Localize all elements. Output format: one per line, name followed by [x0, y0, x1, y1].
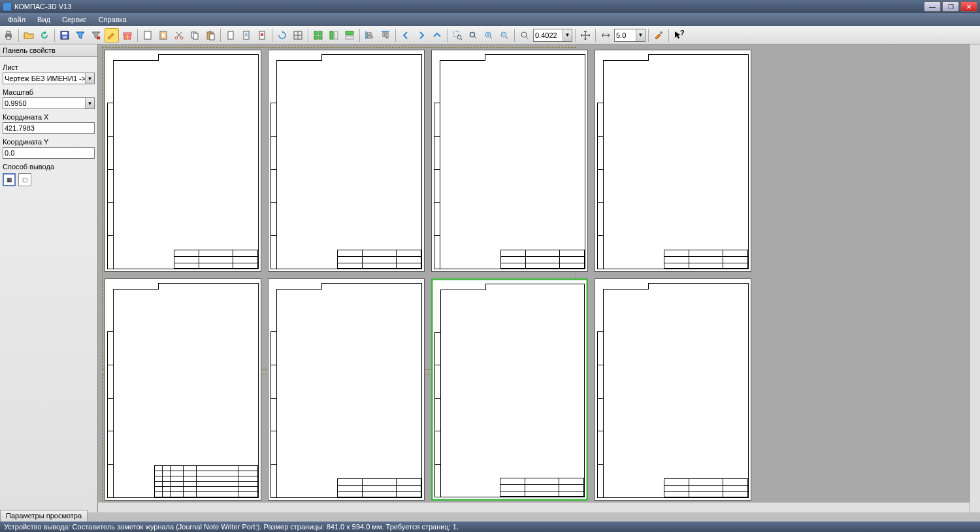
minimize-button[interactable]: —: [924, 1, 941, 12]
menu-bar: Файл Вид Сервис Справка: [0, 13, 980, 26]
horizontal-scrollbar[interactable]: [98, 502, 970, 512]
zoom-out-button[interactable]: [497, 28, 512, 42]
svg-rect-4: [62, 32, 67, 35]
help-button[interactable]: ?: [672, 28, 686, 42]
properties-panel: Панель свойств Лист Чертеж БЕЗ ИМЕНИ1 ->…: [0, 44, 98, 512]
present-button[interactable]: [120, 28, 135, 42]
align-left-icon: [365, 30, 375, 41]
filter-button[interactable]: [73, 28, 88, 42]
arrow-left-icon: [400, 30, 411, 41]
zoom-button[interactable]: [517, 28, 532, 42]
pan-button[interactable]: [578, 28, 593, 42]
menu-file[interactable]: Файл: [3, 14, 31, 25]
scale-label: Масштаб: [3, 88, 95, 96]
zoom-combo[interactable]: 0.4022 ▼: [533, 29, 572, 42]
layout-left-button[interactable]: [327, 28, 341, 42]
svg-rect-2: [7, 37, 10, 39]
doc-list-button[interactable]: [239, 28, 253, 42]
svg-rect-32: [367, 36, 372, 38]
sheet-2[interactable]: [268, 50, 425, 272]
move-right-button[interactable]: [414, 28, 429, 42]
magnifier-icon: [519, 30, 530, 41]
svg-rect-17: [209, 31, 211, 33]
scissors-icon: [174, 30, 184, 41]
svg-rect-33: [383, 33, 385, 37]
rotate-icon: [277, 30, 287, 41]
cut-button[interactable]: [172, 28, 186, 42]
sheet-1[interactable]: [105, 50, 261, 272]
doc-new-button[interactable]: [223, 28, 238, 42]
menu-view[interactable]: Вид: [32, 14, 56, 25]
zoom-in-button[interactable]: [482, 28, 496, 42]
tools-button[interactable]: [651, 28, 666, 42]
menu-help[interactable]: Справка: [93, 14, 132, 25]
zoom-region-icon: [452, 30, 463, 41]
menu-service[interactable]: Сервис: [57, 14, 92, 25]
step-value: 5.0: [615, 31, 636, 39]
layout-top-button[interactable]: [342, 28, 357, 42]
scale-value: 0.9950: [3, 99, 85, 107]
step-icon: [600, 30, 611, 41]
tools-icon: [653, 30, 664, 41]
step-button[interactable]: [598, 28, 613, 42]
move-left-button[interactable]: [399, 28, 413, 42]
marker-icon: [106, 30, 117, 41]
sheet-8[interactable]: [595, 278, 751, 501]
output-mode-1-button[interactable]: ▦: [3, 173, 16, 186]
align-left-button[interactable]: [363, 28, 377, 42]
page-margins-button[interactable]: [156, 28, 171, 42]
svg-rect-18: [210, 34, 214, 40]
paste-button[interactable]: [203, 28, 218, 42]
close-button[interactable]: ✕: [960, 1, 977, 12]
bottom-tab-preview-params[interactable]: Параметры просмотра: [0, 510, 88, 522]
svg-rect-24: [319, 31, 322, 35]
layout-top-icon: [344, 30, 355, 41]
sheet-5[interactable]: [105, 278, 261, 501]
layout-4-button[interactable]: [311, 28, 325, 42]
cursor-help-icon: ?: [674, 30, 684, 41]
layout-left-icon: [329, 30, 339, 41]
svg-rect-15: [193, 33, 198, 39]
save-button[interactable]: [57, 28, 72, 42]
refresh-button[interactable]: [37, 28, 52, 42]
sheet-3[interactable]: [431, 50, 588, 272]
doc-list-icon: [241, 30, 252, 41]
rotate-button[interactable]: [275, 28, 289, 42]
move-up-button[interactable]: [430, 28, 444, 42]
output-mode-2-button[interactable]: ▢: [18, 173, 31, 186]
sheet-4[interactable]: [595, 50, 751, 272]
grid4-icon: [313, 30, 323, 41]
print-button[interactable]: [1, 28, 16, 42]
open-button[interactable]: [22, 28, 36, 42]
vertical-scrollbar[interactable]: [970, 44, 980, 512]
page-icon: [142, 30, 153, 41]
svg-rect-19: [228, 31, 233, 39]
sheet-7-selected[interactable]: [431, 278, 588, 501]
floppy-icon: [59, 30, 70, 41]
page-setup-button[interactable]: [140, 28, 155, 42]
align-top-button[interactable]: [378, 28, 393, 42]
list-label: Лист: [3, 63, 95, 71]
list-select[interactable]: Чертеж БЕЗ ИМЕНИ1 ->Лис ▼: [3, 73, 95, 84]
status-text: Устройство вывода: Составитель заметок ж…: [4, 523, 459, 531]
zoom-region-button[interactable]: [450, 28, 465, 42]
coordy-input[interactable]: [3, 147, 95, 159]
svg-rect-27: [330, 31, 333, 39]
zoom-fit-button[interactable]: [466, 28, 480, 42]
step-combo[interactable]: 5.0 ▼: [614, 29, 645, 42]
zoom-fit-icon: [468, 30, 478, 41]
preview-canvas[interactable]: [98, 44, 980, 512]
doc-remove-button[interactable]: [255, 28, 269, 42]
folder-open-icon: [24, 30, 34, 41]
highlight-button[interactable]: [105, 28, 119, 42]
copy-button[interactable]: [188, 28, 202, 42]
maximize-button[interactable]: ❐: [942, 1, 959, 12]
svg-point-41: [521, 32, 527, 37]
scale-select[interactable]: 0.9950 ▼: [3, 97, 95, 109]
grid-button[interactable]: [291, 28, 305, 42]
coordx-input[interactable]: [3, 122, 95, 134]
panel-title: Панель свойств: [0, 44, 97, 57]
title-bar: КОМПАС-3D V13 — ❐ ✕: [0, 0, 980, 13]
filter-off-button[interactable]: [89, 28, 103, 42]
sheet-6[interactable]: [268, 278, 425, 501]
